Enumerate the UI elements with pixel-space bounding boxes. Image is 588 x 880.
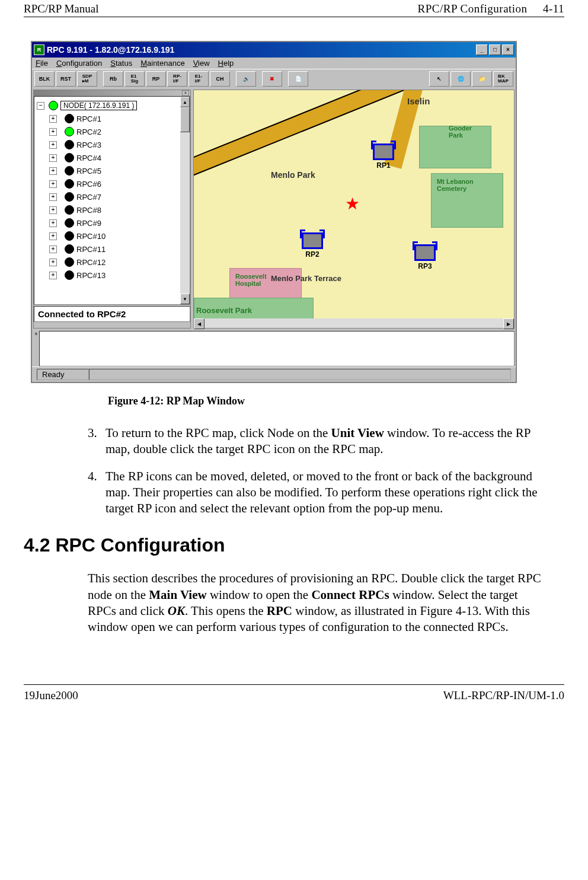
panel-close-icon[interactable]: × [33,331,39,366]
map-hscrollbar[interactable]: ◀ ▶ [194,318,514,328]
tb-rp[interactable]: RP [146,71,166,87]
node-status-icon [49,101,58,110]
sidebar-close-icon[interactable]: × [182,90,189,96]
tree-item-label: RPC#9 [76,219,101,228]
tree-item[interactable]: +RPC#9 [34,216,190,229]
tb-sdp[interactable]: SDP▸M [77,71,97,87]
tree-item[interactable]: +RPC#7 [34,190,190,203]
tb-blk[interactable]: BLK [34,71,55,87]
tree-item-label: RPC#2 [76,127,101,136]
tree-item[interactable]: +RPC#13 [34,269,190,282]
rpc-status-icon [65,218,74,228]
app-icon: R [34,44,44,55]
menu-configuration[interactable]: Configuration [56,59,102,68]
scroll-thumb[interactable] [180,107,190,132]
menu-view[interactable]: View [193,59,210,68]
figure-caption: Figure 4-12: RP Map Window [108,395,564,407]
scroll-up-icon[interactable]: ▲ [180,97,190,107]
tb-globe-icon[interactable]: 🌐 [450,71,471,87]
tb-delete-icon[interactable]: ✖ [262,71,282,87]
tree-item-label: RPC#1 [76,114,101,123]
tb-folder-icon[interactable]: 📁 [472,71,492,87]
menu-status[interactable]: Status [110,59,132,68]
close-button[interactable]: × [502,44,514,55]
section-paragraph: This section describes the procedures of… [88,570,547,635]
footer-right: WLL-RPC/RP-IN/UM-1.0 [443,689,564,702]
scroll-left-icon[interactable]: ◀ [194,318,204,329]
rp-marker-2[interactable]: RP2 [301,232,324,259]
window-title: RPC 9.191 - 1.82.0@172.16.9.191 [47,45,476,55]
tree-item[interactable]: +RPC#8 [34,203,190,216]
scroll-right-icon[interactable]: ▶ [503,318,514,329]
header-left: RPC/RP Manual [24,2,99,15]
tree-item[interactable]: +RPC#6 [34,177,190,190]
map-label-iselin: Iselin [407,96,430,106]
tree-root[interactable]: − NODE( 172.16.9.191 ) [34,99,190,112]
tb-e1if[interactable]: E1-I/F [188,71,209,87]
statusbar: Ready [32,366,516,382]
tb-rst[interactable]: RST [56,71,76,87]
menu-file[interactable]: File [36,59,48,68]
map-pane: ★ RP1 RP2 RP3 Iselin [193,90,514,329]
scroll-down-icon[interactable]: ▼ [180,294,190,304]
step-3: 3. To return to the RPC map, click Node … [88,425,547,458]
tree-item-label: RPC#3 [76,141,101,149]
map-label-roosevelt-park: Roosevelt Park [196,306,252,315]
tree-item[interactable]: +RPC#3 [34,138,190,151]
tree-item-label: RPC#6 [76,180,101,189]
tree-item[interactable]: +RPC#4 [34,151,190,164]
tree-item-label: RPC#13 [76,271,106,280]
tree-item-label: RPC#10 [76,232,106,241]
app-window: R RPC 9.191 - 1.82.0@172.16.9.191 _ □ × … [31,41,517,383]
rpc-status-icon [65,179,74,189]
sidebar: × − NODE( 172.16.9.191 ) +RPC#1+RPC#2+RP… [33,90,191,329]
menu-help[interactable]: Help [218,59,234,68]
tree-item[interactable]: +RPC#12 [34,256,190,269]
tb-script-icon[interactable]: 📄 [288,71,308,87]
tree-item[interactable]: +RPC#2 [34,125,190,138]
output-panel: × [33,331,514,366]
tree-item[interactable]: +RPC#11 [34,243,190,256]
tree-item-label: RPC#12 [76,258,106,267]
tb-e1sig[interactable]: E1Sig [124,71,145,87]
rpc-status-icon [65,127,74,136]
tb-sound-icon[interactable]: 🔊 [236,71,256,87]
toolbar: BLK RST SDP▸M Rb E1Sig RP RP-I/F E1-I/F … [32,69,516,88]
rpc-status-icon [65,231,74,241]
connection-status: Connected to RPC#2 [34,306,190,322]
rpc-status-icon [65,153,74,162]
map-label-roosevelt-hospital: Roosevelt Hospital [235,273,267,287]
rpc-status-icon [65,270,74,280]
tree-item[interactable]: +RPC#5 [34,164,190,177]
tree-item-label: RPC#11 [76,245,106,254]
tree-item-label: RPC#5 [76,167,101,176]
tree-item[interactable]: +RPC#1 [34,112,190,125]
tb-pointer-icon[interactable]: ↖ [429,71,449,87]
rp-marker-3[interactable]: RP3 [413,244,437,270]
minimize-button[interactable]: _ [476,44,488,55]
tb-rb[interactable]: Rb [103,71,123,87]
tree-item-label: RPC#4 [76,154,101,162]
maximize-button[interactable]: □ [489,44,501,55]
menu-maintenance[interactable]: Maintenance [140,59,184,68]
tree-item-label: RPC#8 [76,206,101,215]
menubar: File Configuration Status Maintenance Vi… [32,58,516,69]
map-canvas[interactable]: ★ RP1 RP2 RP3 Iselin [194,90,514,318]
tb-rpif[interactable]: RP-I/F [167,71,187,87]
map-label-mt-lebanon: Mt Lebanon Cemetery [437,178,474,192]
tree-item[interactable]: +RPC#10 [34,229,190,243]
tree-scrollbar[interactable]: ▲ ▼ [180,97,190,304]
tb-ch[interactable]: CH [210,71,230,87]
rpc-status-icon [65,205,74,215]
header-right: RPC/RP Configuration 4-11 [418,2,564,15]
rpc-status-icon [65,257,74,267]
map-label-menlo-park: Menlo Park [271,170,315,180]
rpc-marker-icon[interactable]: ★ [345,196,360,212]
tb-bkmap[interactable]: BKMAP [493,71,513,87]
map-label-menlo-terrace: Menlo Park Terrace [271,274,341,283]
rpc-status-icon [65,244,74,254]
rp-marker-1[interactable]: RP1 [372,144,395,170]
tree-item-label: RPC#7 [76,193,101,202]
footer-left: 19June2000 [24,689,78,702]
rpc-status-icon [65,166,74,176]
